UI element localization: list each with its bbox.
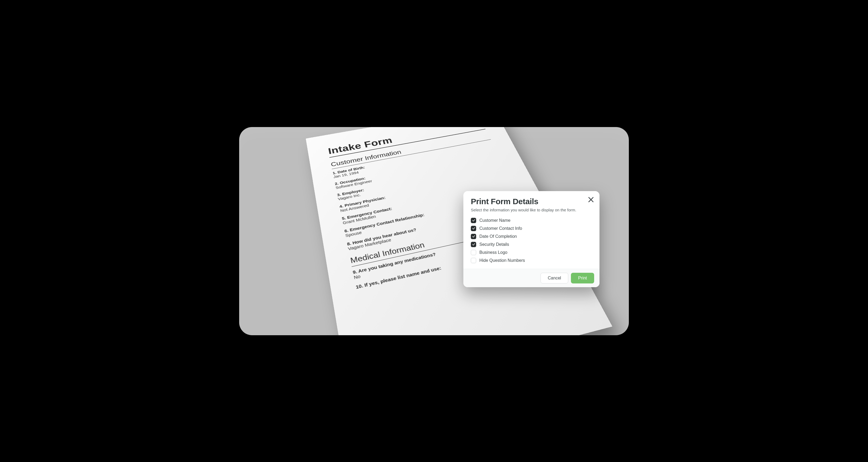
checkbox-label: Date Of Completion bbox=[479, 234, 517, 239]
checkbox-row[interactable]: Business Logo bbox=[471, 248, 593, 256]
checkbox-unchecked-icon[interactable] bbox=[471, 250, 476, 255]
close-icon[interactable] bbox=[587, 196, 595, 204]
app-frame: Intake Form Customer Information1. Date … bbox=[239, 127, 629, 335]
cancel-button[interactable]: Cancel bbox=[540, 273, 568, 283]
print-button[interactable]: Print bbox=[571, 273, 594, 283]
checkbox-unchecked-icon[interactable] bbox=[471, 258, 476, 263]
checkbox-row[interactable]: Date Of Completion bbox=[471, 233, 593, 241]
checkbox-row[interactable]: Customer Contact Info bbox=[471, 224, 593, 233]
checkbox-checked-icon[interactable] bbox=[471, 234, 476, 239]
checkbox-row[interactable]: Hide Question Numbers bbox=[471, 256, 593, 265]
dialog-subtitle: Select the information you would like to… bbox=[471, 208, 593, 212]
checkbox-label: Business Logo bbox=[479, 250, 507, 255]
checkbox-checked-icon[interactable] bbox=[471, 218, 476, 223]
checkbox-label: Hide Question Numbers bbox=[479, 258, 525, 263]
checkbox-row[interactable]: Customer Name bbox=[471, 216, 593, 224]
dialog-title: Print Form Details bbox=[471, 197, 593, 206]
print-form-details-dialog: Print Form Details Select the informatio… bbox=[463, 191, 599, 287]
checkbox-checked-icon[interactable] bbox=[471, 226, 476, 231]
checkbox-label: Security Details bbox=[479, 242, 509, 247]
checkbox-checked-icon[interactable] bbox=[471, 242, 476, 247]
dialog-footer: Cancel Print bbox=[463, 269, 599, 287]
checkbox-label: Customer Name bbox=[479, 218, 510, 223]
checkbox-row[interactable]: Security Details bbox=[471, 241, 593, 248]
checkbox-label: Customer Contact Info bbox=[479, 226, 522, 231]
